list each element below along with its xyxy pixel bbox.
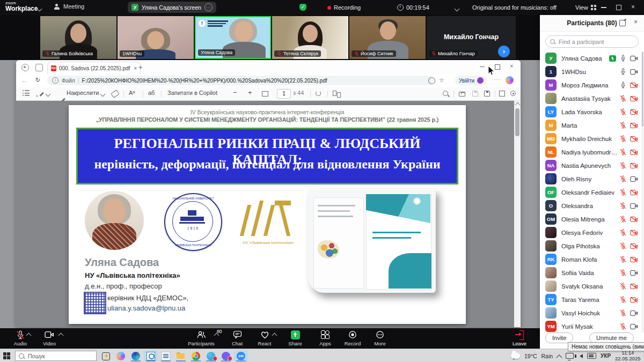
participant-search[interactable] xyxy=(545,35,639,48)
participant-row[interactable]: NL Nadiya lyubomudrova, Lviv Pol... xyxy=(540,145,641,159)
video-tile[interactable]: Йосиф Ситник xyxy=(349,16,426,59)
tab-shared-screen[interactable]: У Уляна Садова's screen ... xyxy=(128,2,216,13)
participant-row[interactable]: 1 1WHDsu xyxy=(540,65,641,78)
zoom-out-button[interactable]: − xyxy=(233,88,237,97)
search-icon[interactable] xyxy=(443,91,448,96)
video-tile[interactable]: Тетяна Склярук xyxy=(272,16,348,59)
camera-icon[interactable] xyxy=(630,109,638,115)
camera-icon[interactable] xyxy=(630,216,638,223)
taskbar-search-input[interactable] xyxy=(27,352,101,360)
video-tile[interactable]: 1WHDsu xyxy=(118,16,194,59)
mic-icon[interactable] xyxy=(620,122,626,129)
scroll-up-arrow[interactable] xyxy=(515,102,521,108)
mic-icon[interactable] xyxy=(620,242,626,249)
weather-icon[interactable] xyxy=(511,353,520,359)
participant-row[interactable]: Vasyl Hoichuk xyxy=(540,306,641,320)
participant-row[interactable]: LY Lada Yavorska xyxy=(540,105,641,119)
participant-row[interactable]: Anastasiia Tysyak xyxy=(540,92,641,105)
mic-icon[interactable] xyxy=(620,229,626,236)
search-input[interactable] xyxy=(558,38,636,46)
close-button[interactable]: × xyxy=(631,3,635,11)
mic-icon[interactable] xyxy=(620,108,626,115)
share-button[interactable]: Share xyxy=(278,330,312,346)
mic-icon[interactable] xyxy=(620,323,626,330)
mic-icon[interactable] xyxy=(620,68,626,75)
participant-row[interactable]: Olga Pihotska xyxy=(540,239,641,253)
highlighter-icon[interactable] xyxy=(36,91,42,97)
participant-row[interactable]: Sofiia Vaida xyxy=(540,266,641,279)
window-maximize-button[interactable] xyxy=(495,64,500,70)
participant-row[interactable]: Svatyk Oksana xyxy=(540,279,641,293)
new-tab-button[interactable]: + xyxy=(138,63,143,71)
participant-row[interactable]: RK Roman Klofa xyxy=(540,253,641,266)
fullscreen-icon[interactable] xyxy=(499,91,505,97)
read-aloud-icon[interactable]: Aᵃ xyxy=(129,90,135,96)
camera-icon[interactable] xyxy=(630,310,638,316)
taskbar-app-zoom[interactable]: zm xyxy=(234,350,248,361)
copilot-orb-icon[interactable] xyxy=(506,76,514,84)
participant-row[interactable]: Oleh Risny xyxy=(540,172,641,186)
mic-icon[interactable] xyxy=(620,95,626,102)
camera-icon[interactable] xyxy=(630,270,638,276)
weather-temperature[interactable]: 19°C xyxy=(524,353,537,359)
page-number-input[interactable]: 1 xyxy=(277,89,291,99)
taskbar-app-copilot[interactable] xyxy=(114,350,128,361)
start-button[interactable] xyxy=(3,352,10,359)
tab-meeting[interactable]: Meeting xyxy=(54,3,84,10)
leave-button[interactable]: Leave xyxy=(502,330,537,346)
taskbar-app-telegram[interactable] xyxy=(204,350,218,361)
hidden-icons-chevron[interactable] xyxy=(556,354,562,360)
camera-icon[interactable] xyxy=(630,149,638,156)
camera-icon[interactable] xyxy=(630,136,638,142)
minimize-button[interactable] xyxy=(601,7,606,8)
page-view-icon[interactable] xyxy=(333,91,336,96)
taskbar-clock[interactable]: 11:14 22.05.2025 xyxy=(615,350,641,362)
back-button[interactable]: ← xyxy=(21,77,28,84)
tab-actions-icon[interactable] xyxy=(35,64,43,71)
language-indicator[interactable]: УКР xyxy=(601,353,611,359)
security-shield-icon[interactable]: ✓ xyxy=(299,4,306,11)
camera-icon[interactable] xyxy=(630,82,638,88)
draw-label[interactable]: Накреслити xyxy=(67,90,99,96)
favorites-star-icon[interactable]: ☆ xyxy=(439,77,444,84)
video-tile-active-speaker[interactable]: ! Уляна Садова xyxy=(195,16,271,59)
mic-icon[interactable] xyxy=(620,283,626,290)
refresh-button[interactable]: ↻ xyxy=(35,77,40,84)
toc-icon[interactable] xyxy=(23,90,30,96)
weather-condition[interactable]: Rain xyxy=(541,353,553,359)
video-tile[interactable]: Галина Бойківська xyxy=(40,16,116,59)
more-button[interactable]: More xyxy=(363,330,397,346)
rotate-icon[interactable] xyxy=(316,91,321,96)
camera-icon[interactable] xyxy=(630,95,638,102)
chevron-down-icon[interactable] xyxy=(46,92,51,97)
taskbar-app-chrome[interactable] xyxy=(189,350,203,361)
panel-scrollbar[interactable] xyxy=(641,51,644,333)
mic-icon[interactable] xyxy=(620,162,626,169)
mic-icon[interactable] xyxy=(620,309,626,316)
unmute-me-button[interactable]: Unmute me xyxy=(589,333,634,343)
taskbar-app-edge[interactable] xyxy=(129,350,143,361)
tab-close-icon[interactable]: × xyxy=(134,65,137,71)
chevron-down-icon[interactable] xyxy=(455,6,460,12)
camera-icon[interactable] xyxy=(630,283,638,290)
participant-row[interactable]: NA Nastia Apunevych xyxy=(540,159,641,172)
scrollbar-thumb[interactable] xyxy=(642,51,643,127)
popout-icon[interactable] xyxy=(619,20,626,26)
eraser-icon[interactable] xyxy=(111,90,119,98)
camera-icon[interactable] xyxy=(630,162,638,169)
keyboard-icon[interactable] xyxy=(587,353,596,359)
mic-icon[interactable] xyxy=(620,82,626,88)
mic-icon[interactable] xyxy=(620,296,626,303)
participant-row[interactable]: MD Mykhailo Dreichuk xyxy=(540,132,641,145)
scrollbar-thumb[interactable] xyxy=(515,108,519,136)
camera-icon[interactable] xyxy=(630,55,638,62)
task-view-button[interactable] xyxy=(102,352,110,360)
participant-row[interactable]: OF Oleksandr Fediaiev xyxy=(540,186,641,199)
participant-row[interactable]: YM Yurii Mysak xyxy=(540,320,641,333)
add-text-icon[interactable]: аб xyxy=(148,90,155,96)
camera-icon[interactable] xyxy=(630,69,638,75)
taskbar-app-word[interactable] xyxy=(159,350,173,361)
react-button[interactable]: React xyxy=(247,330,282,346)
volume-icon[interactable] xyxy=(580,354,583,358)
maximize-button[interactable] xyxy=(616,5,621,10)
